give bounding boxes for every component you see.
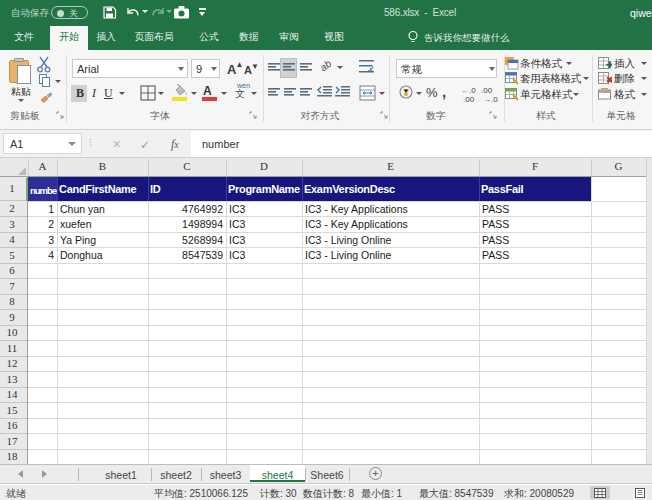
svg-text:✖: ✖ <box>606 75 612 85</box>
svg-text:✚: ✚ <box>606 60 612 70</box>
